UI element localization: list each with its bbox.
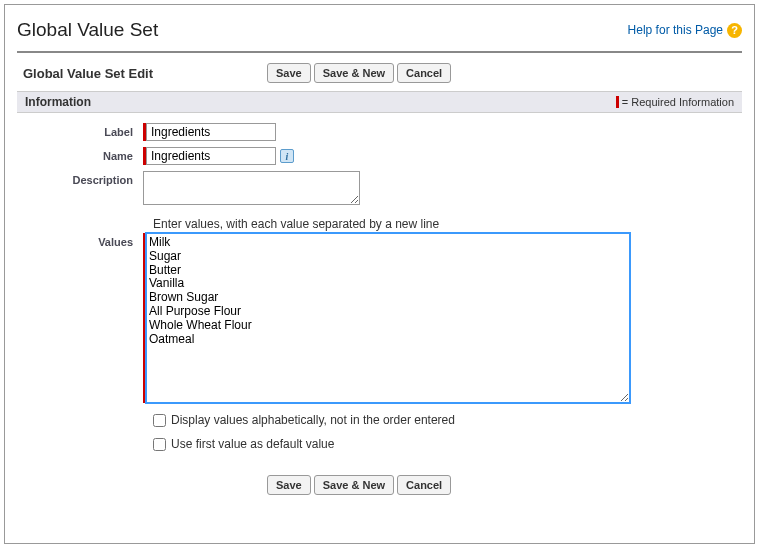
section-title: Information: [25, 95, 91, 109]
label-input[interactable]: [146, 123, 276, 141]
cancel-button-top[interactable]: Cancel: [397, 63, 451, 83]
save-button-bottom[interactable]: Save: [267, 475, 311, 495]
save-new-button-top[interactable]: Save & New: [314, 63, 394, 83]
help-link[interactable]: Help for this Page ?: [628, 23, 742, 38]
help-icon: ?: [727, 23, 742, 38]
save-button-top[interactable]: Save: [267, 63, 311, 83]
values-textarea[interactable]: [146, 233, 630, 403]
help-link-text: Help for this Page: [628, 23, 723, 37]
values-field-label: Values: [25, 233, 143, 248]
required-legend: = Required Information: [616, 96, 734, 108]
default-value-checkbox-label: Use first value as default value: [171, 437, 334, 451]
default-value-checkbox[interactable]: [153, 438, 166, 451]
required-legend-text: = Required Information: [622, 96, 734, 108]
values-help-text: Enter values, with each value separated …: [153, 217, 734, 231]
alphabetical-checkbox[interactable]: [153, 414, 166, 427]
cancel-button-bottom[interactable]: Cancel: [397, 475, 451, 495]
label-field-label: Label: [25, 123, 143, 138]
save-new-button-bottom[interactable]: Save & New: [314, 475, 394, 495]
info-icon[interactable]: i: [280, 149, 294, 163]
edit-heading: Global Value Set Edit: [23, 66, 267, 81]
name-field-label: Name: [25, 147, 143, 162]
description-field-label: Description: [25, 171, 143, 186]
page-title: Global Value Set: [17, 19, 158, 41]
description-textarea[interactable]: [143, 171, 360, 205]
alphabetical-checkbox-label: Display values alphabetically, not in th…: [171, 413, 455, 427]
required-bar-icon: [616, 96, 619, 108]
name-input[interactable]: [146, 147, 276, 165]
